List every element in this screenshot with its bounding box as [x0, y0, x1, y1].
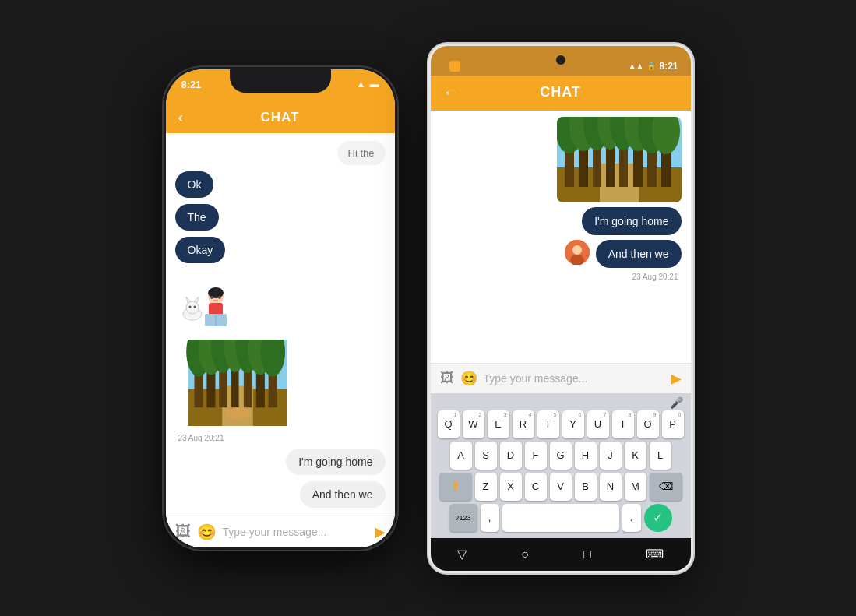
key-x[interactable]: X [500, 473, 522, 501]
phones-container: 8:21 ▲ ▬ ‹ CHAT Hi the Ok The Okay [148, 28, 709, 589]
svg-point-1 [186, 301, 199, 314]
ios-status-time: 8:21 [181, 79, 202, 90]
android-status-icons: ▲▲ 🔒 8:21 [629, 50, 678, 72]
key-k[interactable]: K [625, 442, 646, 470]
nav-back-icon[interactable]: ▽ [457, 547, 467, 561]
svg-marker-3 [194, 297, 199, 303]
key-w[interactable]: 2W [463, 410, 484, 438]
avatar-svg [565, 240, 590, 265]
svg-point-8 [208, 287, 224, 298]
android-app-icon [449, 61, 460, 72]
ios-header: ‹ CHAT [166, 104, 395, 133]
ios-phone: 8:21 ▲ ▬ ‹ CHAT Hi the Ok The Okay [164, 67, 397, 550]
key-d[interactable]: D [500, 442, 522, 470]
android-forest-image [557, 117, 682, 202]
list-item: Ok [175, 171, 214, 198]
keyboard-row-1: 1Q 2W 3E 4R 5T 6Y 7U 8I 9O 0P [432, 410, 689, 438]
key-g[interactable]: G [550, 442, 572, 470]
android-chat-title: CHAT [471, 84, 650, 100]
key-e[interactable]: 3E [488, 410, 509, 438]
nav-recent-icon[interactable]: □ [583, 547, 591, 561]
android-message-input[interactable]: Type your message... [484, 372, 664, 385]
android-emoji-icon[interactable]: 😊 [460, 370, 477, 387]
ios-timestamp: 23 Aug 20:21 [175, 434, 224, 442]
keyboard-mic-row: 🎤 [432, 396, 689, 410]
ios-sticker [175, 273, 238, 328]
avatar [565, 240, 590, 265]
keyboard-row-3: ⬆ Z X C V B N M ⌫ [432, 473, 689, 501]
android-back-button[interactable]: ← [443, 83, 459, 101]
list-item: Hi the [337, 141, 386, 165]
key-i[interactable]: 8I [612, 410, 634, 438]
ios-chat-title: CHAT [261, 110, 300, 125]
keyboard-row-4: ?123 , . ✓ [432, 504, 689, 532]
android-msg-with-avatar: And then we [440, 240, 682, 268]
svg-point-10 [218, 296, 221, 299]
nav-keyboard-icon[interactable]: ⌨ [646, 547, 664, 561]
key-a[interactable]: A [450, 442, 472, 470]
android-camera [556, 55, 565, 65]
list-item: I'm going home [286, 449, 385, 475]
key-v[interactable]: V [550, 473, 572, 501]
list-item: Okay [175, 237, 226, 263]
key-f[interactable]: F [525, 442, 547, 470]
key-y[interactable]: 6Y [562, 410, 584, 438]
ios-send-button[interactable]: ▶ [375, 523, 386, 540]
android-phone: ▲▲ 🔒 8:21 ← CHAT [428, 44, 693, 573]
android-status-time: 8:21 [659, 61, 678, 72]
emoji-icon[interactable]: 😊 [197, 523, 217, 541]
image-icon[interactable]: 🖼 [175, 523, 191, 540]
ios-status-bar: 8:21 ▲ ▬ [166, 69, 395, 104]
svg-point-52 [572, 245, 582, 255]
list-item: The [175, 204, 219, 231]
ios-forest-image [175, 340, 300, 426]
key-u[interactable]: 7U [587, 410, 609, 438]
android-chat-body: I'm going home And then we 23 Aug 20:21 [431, 111, 691, 363]
space-key[interactable] [502, 504, 619, 532]
signal-icon: ▲▲ [629, 62, 644, 70]
ios-message-input[interactable]: Type your message... [223, 526, 368, 538]
list-item: I'm going home [582, 207, 681, 235]
android-send-button[interactable]: ▶ [671, 370, 682, 387]
svg-point-31 [225, 407, 250, 420]
mic-icon[interactable]: 🎤 [670, 396, 683, 409]
ios-input-bar: 🖼 😊 Type your message... ▶ [166, 516, 395, 547]
ios-status-icons: ▲ ▬ [357, 79, 379, 90]
key-t[interactable]: 5T [537, 410, 559, 438]
key-j[interactable]: J [600, 442, 622, 470]
key-period[interactable]: . [622, 504, 641, 532]
key-q[interactable]: 1Q [438, 410, 460, 438]
nav-home-icon[interactable]: ○ [521, 547, 529, 561]
ios-back-button[interactable]: ‹ [178, 108, 184, 126]
svg-point-4 [188, 305, 191, 308]
key-comma[interactable]: , [481, 504, 499, 532]
svg-point-9 [210, 296, 213, 299]
keyboard-row-2: A S D F G H J K L [432, 442, 689, 470]
key-r[interactable]: 4R [513, 410, 534, 438]
key-n[interactable]: N [600, 473, 622, 501]
key-p[interactable]: 0P [662, 410, 684, 438]
key-c[interactable]: C [525, 473, 547, 501]
battery-icon: ▬ [370, 79, 379, 90]
key-o[interactable]: 9O [637, 410, 659, 438]
list-item: And then we [300, 481, 386, 508]
key-m[interactable]: M [625, 473, 646, 501]
android-image-icon[interactable]: 🖼 [440, 370, 454, 386]
keyboard-send-key[interactable]: ✓ [644, 504, 672, 532]
android-keyboard: 🎤 1Q 2W 3E 4R 5T 6Y 7U 8I 9O 0P A [431, 393, 691, 538]
forest-svg [175, 340, 300, 426]
ios-chat-body: Hi the Ok The Okay [166, 133, 395, 516]
num-switch-key[interactable]: ?123 [449, 504, 477, 532]
key-z[interactable]: Z [475, 473, 497, 501]
delete-key[interactable]: ⌫ [650, 473, 682, 501]
key-h[interactable]: H [575, 442, 597, 470]
key-b[interactable]: B [575, 473, 597, 501]
key-l[interactable]: L [650, 442, 671, 470]
ios-notch [230, 69, 331, 93]
sticker-svg [175, 273, 238, 328]
shift-key[interactable]: ⬆ [439, 473, 472, 501]
android-nav-bar: ▽ ○ □ ⌨ [431, 538, 691, 571]
key-s[interactable]: S [475, 442, 497, 470]
svg-marker-2 [186, 297, 191, 303]
lock-icon: 🔒 [646, 62, 656, 70]
